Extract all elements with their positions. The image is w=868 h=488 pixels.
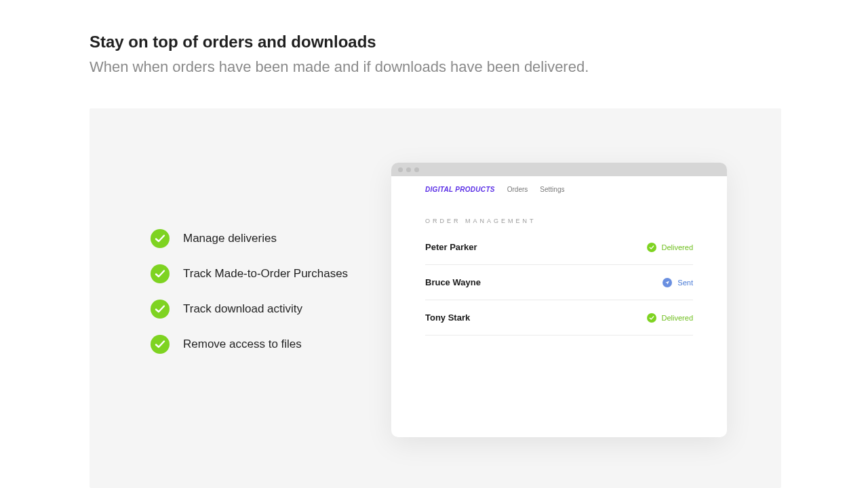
showcase-panel: Manage deliveries Track Made-to-Order Pu… (90, 108, 781, 488)
nav-brand: DIGITAL PRODUCTS (425, 186, 495, 193)
app-window: DIGITAL PRODUCTS Orders Settings ORDER M… (391, 163, 727, 437)
traffic-light-icon (414, 167, 419, 172)
order-status: Sent (663, 278, 693, 287)
check-icon (151, 229, 170, 248)
nav-link-settings[interactable]: Settings (540, 186, 564, 193)
order-name: Peter Parker (425, 242, 477, 252)
order-row: Tony Stark Delivered (425, 300, 693, 336)
feature-label: Manage deliveries (183, 232, 277, 245)
feature-list: Manage deliveries Track Made-to-Order Pu… (151, 229, 368, 370)
check-icon (151, 264, 170, 283)
nav-link-orders[interactable]: Orders (507, 186, 528, 193)
order-status: Delivered (647, 243, 693, 252)
feature-label: Track download activity (183, 302, 302, 316)
feature-item: Track download activity (151, 300, 368, 319)
order-list: Peter Parker Delivered Bruce Wayne (391, 230, 727, 336)
check-icon (151, 300, 170, 319)
page-subtitle: When when orders have been made and if d… (90, 58, 868, 76)
check-circle-icon (647, 243, 656, 252)
traffic-light-icon (398, 167, 403, 172)
status-text: Sent (677, 279, 693, 287)
status-text: Delivered (662, 314, 693, 322)
traffic-light-icon (406, 167, 411, 172)
window-titlebar (391, 163, 727, 176)
feature-label: Track Made-to-Order Purchases (183, 267, 348, 281)
feature-item: Remove access to files (151, 335, 368, 354)
order-name: Tony Stark (425, 312, 470, 323)
order-status: Delivered (647, 313, 693, 323)
check-icon (151, 335, 170, 354)
page-title: Stay on top of orders and downloads (90, 33, 868, 52)
feature-label: Remove access to files (183, 338, 302, 351)
sent-circle-icon (663, 278, 672, 287)
status-text: Delivered (662, 243, 693, 251)
order-name: Bruce Wayne (425, 277, 481, 287)
feature-item: Track Made-to-Order Purchases (151, 264, 368, 283)
feature-item: Manage deliveries (151, 229, 368, 248)
check-circle-icon (647, 313, 656, 323)
order-row: Peter Parker Delivered (425, 230, 693, 265)
section-label: ORDER MANAGEMENT (391, 193, 727, 230)
order-row: Bruce Wayne Sent (425, 265, 693, 300)
app-nav: DIGITAL PRODUCTS Orders Settings (391, 176, 727, 193)
